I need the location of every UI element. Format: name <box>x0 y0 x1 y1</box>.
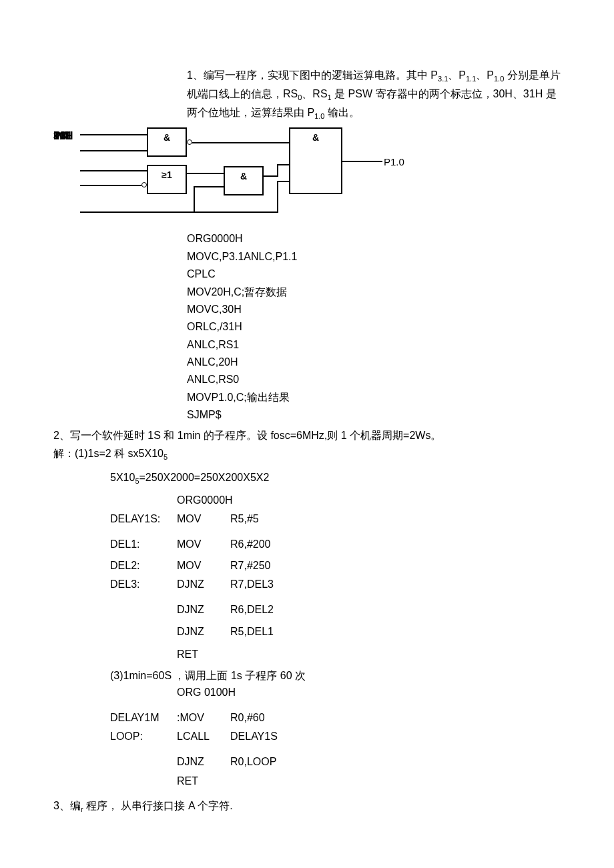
label-p10: P1.0 <box>384 154 404 170</box>
problem3-text: 3、编r 程序， 从串行接口接 A 个字符. <box>53 797 561 816</box>
wire <box>80 134 147 135</box>
org-line: ORG0000H <box>177 492 561 509</box>
asm-row: DELAY1S: MOV R5,#5 <box>110 510 561 528</box>
problem1-code: ORG0000H MOVC,P3.1ANLC,P1.1 CPLC MOV20H,… <box>187 230 561 424</box>
problem2-solution-header: 解：(1)1s=2 科 sx5X105 <box>53 445 561 464</box>
gate-and3: & <box>289 127 342 194</box>
wire <box>277 181 289 182</box>
asm-row: DJNZ R6,DEL2 <box>110 601 561 618</box>
asm-row: RET <box>110 646 561 663</box>
org2-line: ORG 0100H <box>177 684 561 701</box>
asm-row: RET <box>110 773 561 790</box>
wire <box>80 150 147 151</box>
wire <box>277 164 278 177</box>
wire <box>277 164 289 165</box>
gate-or1: ≥1 <box>147 165 187 194</box>
asm-block2: ORG 0100H DELAY1M :MOV R0,#60 LOOP: LCAL… <box>110 684 561 789</box>
bubble-or-in <box>141 182 147 187</box>
wire <box>277 181 278 213</box>
problem2-calc: 5X105=250X2000=250X200X5X2 <box>110 469 561 488</box>
bubble-nand <box>187 139 192 145</box>
gate-and2: & <box>224 166 264 195</box>
asm-row: DEL2: MOV R7,#250 <box>110 557 561 574</box>
wire <box>264 175 277 177</box>
label-1: 1 <box>53 127 59 145</box>
asm-block1: ORG0000H DELAY1S: MOV R5,#5 DEL1: MOV R6… <box>110 492 561 663</box>
asm-row: DELAY1M :MOV R0,#60 <box>110 709 561 727</box>
asm-row: DEL3: DJNZ R7,DEL3 <box>110 576 561 593</box>
wire <box>80 170 147 171</box>
wire <box>342 161 382 162</box>
wire <box>80 211 194 213</box>
wire <box>194 186 195 213</box>
asm-row: DJNZ R0,LOOP <box>110 753 561 771</box>
problem1-text: 1、编写一程序，实现下图中的逻辑运算电路。其中 P3.1、P1.1、P1.0 分… <box>187 67 561 122</box>
gate-and1: & <box>147 127 187 157</box>
part3-text: (3)1min=60S ，调用上面 1s 子程序 60 次 <box>110 667 561 685</box>
circuit-diagram: P31 PI/I 30H 31H 1 & ≥1 & & P1.0 <box>53 127 427 228</box>
wire <box>194 186 224 187</box>
asm-row: DJNZ R5,DEL1 <box>110 623 561 640</box>
asm-row: DEL1: MOV R6,#200 <box>110 536 561 553</box>
wire <box>80 185 141 186</box>
wire <box>194 211 278 213</box>
wire <box>187 173 224 174</box>
wire <box>192 142 289 143</box>
problem2-text: 2、写一个软件延时 1S 和 1min 的子程序。设 fosc=6MHz,则 1… <box>53 427 561 444</box>
asm-row: LOOP: LCALL DELAY1S <box>110 728 561 745</box>
